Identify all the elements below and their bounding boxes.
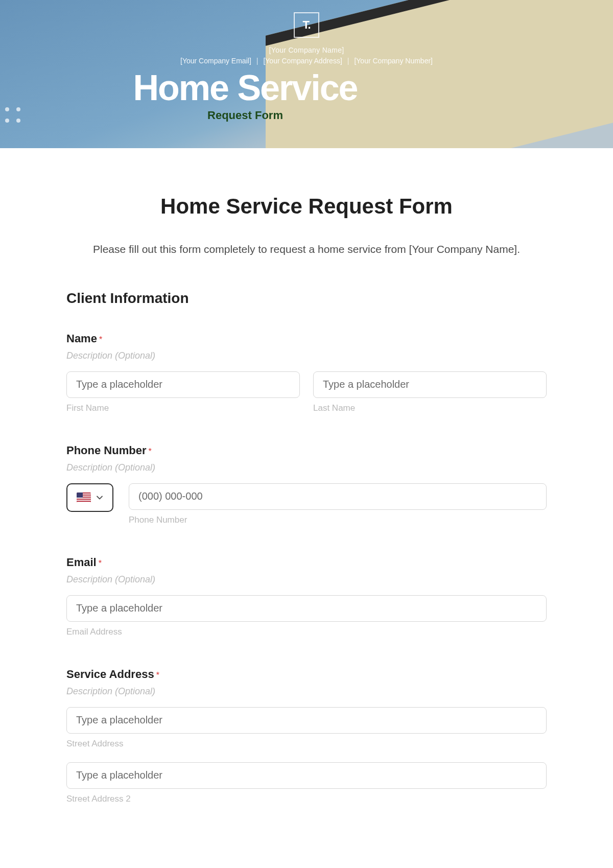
separator: |	[347, 57, 349, 65]
street-address-sublabel: Street Address	[66, 739, 547, 749]
last-name-input[interactable]	[313, 371, 547, 398]
address-label: Service Address	[66, 668, 154, 681]
company-number: [Your Company Number]	[354, 57, 433, 65]
email-input[interactable]	[66, 595, 547, 622]
phone-description: Description (Optional)	[66, 462, 547, 473]
svg-rect-6	[77, 492, 83, 498]
first-name-sublabel: First Name	[66, 403, 300, 413]
email-label: Email	[66, 556, 97, 569]
chevron-down-icon	[96, 494, 103, 501]
email-description: Description (Optional)	[66, 574, 547, 585]
first-name-input[interactable]	[66, 371, 300, 398]
country-code-select[interactable]	[66, 483, 113, 512]
phone-input[interactable]	[129, 483, 547, 510]
form-content: Home Service Request Form Please fill ou…	[0, 148, 613, 850]
us-flag-icon	[77, 492, 91, 503]
page-title: Home Service Request Form	[66, 194, 547, 219]
page-intro: Please fill out this form completely to …	[66, 239, 547, 260]
field-service-address: Service Address* Description (Optional) …	[66, 668, 547, 804]
street-address-2-sublabel: Street Address 2	[66, 794, 547, 804]
phone-sublabel: Phone Number	[129, 515, 547, 525]
svg-rect-4	[77, 500, 91, 501]
address-description: Description (Optional)	[66, 686, 547, 697]
svg-rect-3	[77, 498, 91, 499]
section-client-information: Client Information	[66, 290, 547, 307]
required-indicator: *	[99, 335, 102, 344]
hero-banner: T. [Your Company Name] [Your Company Ema…	[0, 0, 613, 148]
company-email: [Your Company Email]	[180, 57, 251, 65]
phone-label: Phone Number	[66, 444, 146, 457]
email-sublabel: Email Address	[66, 627, 547, 637]
required-indicator: *	[99, 559, 102, 568]
field-email: Email* Description (Optional) Email Addr…	[66, 556, 547, 637]
field-name: Name* Description (Optional) First Name …	[66, 332, 547, 413]
required-indicator: *	[156, 671, 159, 679]
hero-subtitle: Request Form	[0, 109, 552, 122]
name-description: Description (Optional)	[66, 350, 547, 361]
separator: |	[256, 57, 258, 65]
street-address-input[interactable]	[66, 707, 547, 734]
hero-title: Home Service	[133, 70, 357, 106]
company-name: [Your Company Name]	[0, 45, 613, 56]
last-name-sublabel: Last Name	[313, 403, 547, 413]
svg-rect-5	[77, 502, 91, 503]
street-address-2-input[interactable]	[66, 762, 547, 789]
logo: T.	[294, 12, 319, 38]
required-indicator: *	[148, 447, 151, 456]
field-phone: Phone Number* Description (Optional) Pho…	[66, 444, 547, 525]
company-address: [Your Company Address]	[263, 57, 342, 65]
company-contact-row: [Your Company Email] | [Your Company Add…	[0, 57, 613, 65]
name-label: Name	[66, 332, 97, 345]
